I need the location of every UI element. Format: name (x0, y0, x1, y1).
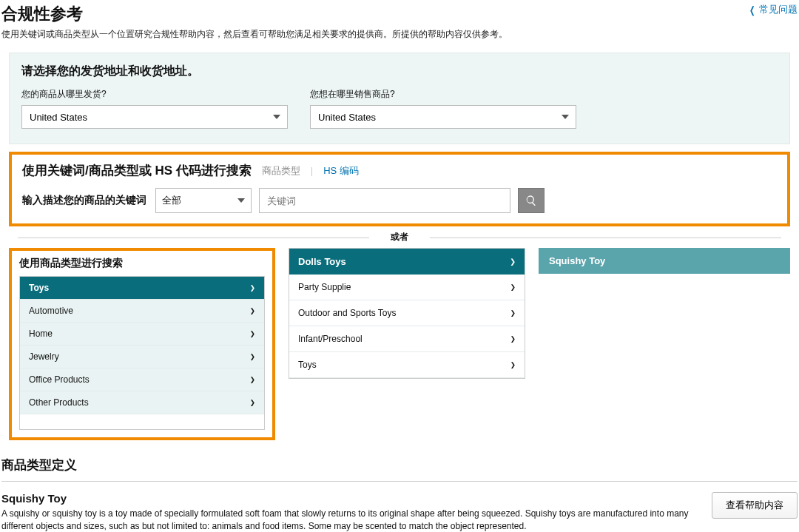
definition-section-title: 商品类型定义 (1, 457, 798, 474)
category-level1-list[interactable]: Toys ❯ Automotive ❯ Home ❯ Jewelry ❯ Off… (19, 276, 265, 430)
ship-from-select[interactable]: United States (21, 105, 288, 129)
category-item-label: Jewelry (29, 351, 59, 362)
category-item-toys[interactable]: Toys ❯ (20, 277, 264, 300)
search-button[interactable] (518, 188, 545, 213)
sell-where-select[interactable]: United States (310, 105, 576, 129)
category-search-panel: 使用商品类型进行搜索 Toys ❯ Automotive ❯ Home ❯ Je… (9, 248, 275, 440)
chevron-right-icon: ❯ (250, 351, 255, 362)
keyword-input[interactable] (259, 188, 510, 213)
tab-product-type[interactable]: 商品类型 (262, 164, 300, 178)
category-level2-item[interactable]: Party Supplie ❯ (289, 275, 525, 300)
chevron-left-icon: ❮ (749, 4, 755, 16)
chevron-right-icon: ❯ (510, 334, 516, 344)
chevron-right-icon: ❯ (510, 308, 516, 318)
chevron-right-icon: ❯ (250, 374, 255, 385)
chevron-right-icon: ❯ (250, 306, 255, 316)
category-level2-item[interactable]: Outdoor and Sports Toys ❯ (289, 300, 525, 326)
category-level2-item[interactable]: Infant/Preschool ❯ (289, 326, 525, 352)
page-subtitle: 使用关键词或商品类型从一个位置研究合规性帮助内容，然后查看可帮助您满足相关要求的… (0, 27, 799, 48)
category-item-label: Toys (29, 283, 49, 293)
chevron-right-icon: ❯ (510, 360, 516, 370)
address-panel: 请选择您的发货地址和收货地址。 您的商品从哪里发货? United States… (9, 53, 790, 144)
category-item-other[interactable]: Other Products ❯ (20, 391, 264, 414)
divider (1, 481, 798, 482)
search-scope-dropdown[interactable]: 全部 (155, 188, 252, 213)
search-scope-value: 全部 (162, 194, 181, 207)
ship-from-label: 您的商品从哪里发货? (21, 88, 288, 101)
faq-link[interactable]: ❮ 常见问题 (748, 3, 798, 16)
chevron-right-icon: ❯ (510, 256, 516, 267)
category-item-label: Automotive (29, 306, 73, 316)
or-divider: 或者 (9, 231, 790, 243)
category-item-label: Party Supplie (298, 282, 351, 292)
chevron-right-icon: ❯ (510, 282, 516, 292)
search-icon (525, 195, 537, 206)
category-level2-head[interactable]: Dolls Toys ❯ (289, 249, 525, 275)
category-item-label: Outdoor and Sports Toys (298, 308, 397, 318)
category-heading: 使用商品类型进行搜索 (19, 257, 265, 270)
category-item-label: Toys (298, 360, 317, 370)
category-level2-head-label: Dolls Toys (298, 256, 346, 267)
category-level3-selected[interactable]: Squishy Toy (539, 248, 790, 274)
sell-where-label: 您想在哪里销售商品? (310, 88, 576, 101)
chevron-right-icon: ❯ (250, 283, 255, 293)
definition-desc: A squishy or squishy toy is a toy made o… (1, 508, 697, 532)
category-level3-panel: Squishy Toy (539, 248, 790, 274)
tab-separator: | (311, 165, 313, 176)
page-title: 合规性参考 (1, 3, 83, 25)
chevron-right-icon: ❯ (250, 397, 255, 408)
view-help-button[interactable]: 查看帮助内容 (712, 492, 798, 519)
category-level2-item[interactable]: Toys ❯ (289, 352, 525, 378)
search-heading: 使用关键词/商品类型或 HS 代码进行搜索 (22, 162, 252, 179)
keyword-input-label: 输入描述您的商品的关键词 (22, 194, 148, 207)
category-item-label: Other Products (29, 397, 89, 408)
keyword-search-panel: 使用关键词/商品类型或 HS 代码进行搜索 商品类型 | HS 编码 输入描述您… (9, 152, 790, 226)
category-item-automotive[interactable]: Automotive ❯ (20, 300, 264, 323)
category-level2-panel: Dolls Toys ❯ Party Supplie ❯ Outdoor and… (289, 248, 525, 379)
category-item-label: Home (29, 329, 53, 339)
category-item-office[interactable]: Office Products ❯ (20, 368, 264, 391)
address-heading: 请选择您的发货地址和收货地址。 (21, 64, 778, 79)
chevron-right-icon: ❯ (250, 329, 255, 339)
definition-name: Squishy Toy (1, 492, 697, 505)
category-item-label: Infant/Preschool (298, 334, 363, 344)
category-item-label: Office Products (29, 374, 90, 385)
category-item-home[interactable]: Home ❯ (20, 323, 264, 346)
category-item-jewelry[interactable]: Jewelry ❯ (20, 346, 264, 368)
faq-link-label: 常见问题 (759, 3, 798, 16)
tab-hs-code[interactable]: HS 编码 (323, 164, 359, 178)
